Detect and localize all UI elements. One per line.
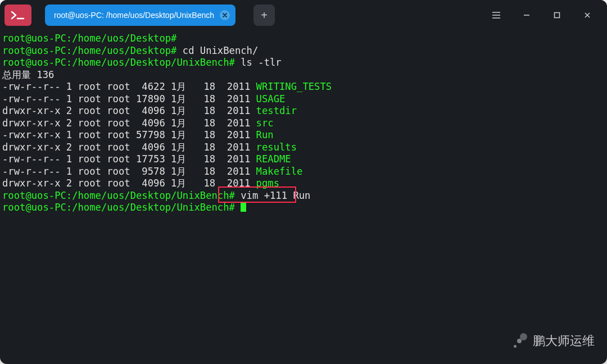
tab-title: root@uos-PC: /home/uos/Desktop/UnixBench <box>54 11 214 20</box>
minimize-button[interactable] <box>511 0 542 30</box>
maximize-button[interactable] <box>542 0 572 30</box>
close-button[interactable] <box>572 0 603 30</box>
terminal-output[interactable]: root@uos-PC:/home/uos/Desktop# root@uos-… <box>0 33 607 364</box>
terminal-window: root@uos-PC: /home/uos/Desktop/UnixBench… <box>0 0 607 364</box>
titlebar: root@uos-PC: /home/uos/Desktop/UnixBench… <box>0 0 607 30</box>
app-icon <box>4 4 31 26</box>
wechat-icon <box>511 333 527 349</box>
window-controls <box>481 0 603 30</box>
watermark-text: 鹏大师运维 <box>533 333 595 349</box>
svg-rect-5 <box>555 13 560 18</box>
watermark: 鹏大师运维 <box>511 333 595 349</box>
tab-active[interactable]: root@uos-PC: /home/uos/Desktop/UnixBench <box>45 4 235 26</box>
plus-icon: + <box>261 9 268 22</box>
new-tab-button[interactable]: + <box>253 4 275 26</box>
menu-button[interactable] <box>481 0 511 30</box>
tab-close-button[interactable] <box>220 10 230 20</box>
